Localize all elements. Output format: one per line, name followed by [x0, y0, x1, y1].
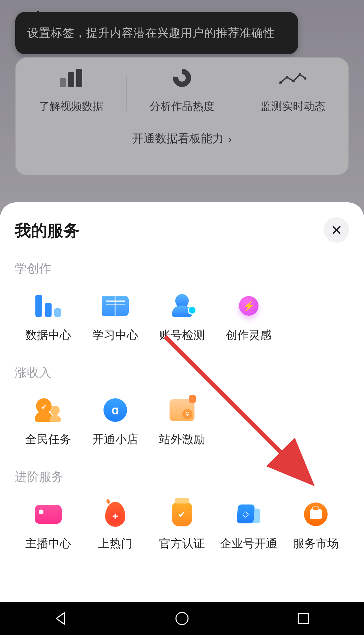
- svc-label: 官方认证: [159, 536, 205, 551]
- account-check-icon: [167, 292, 197, 320]
- section-title: 学创作: [15, 260, 349, 277]
- services-sheet: 我的服务 ✕ 学创作 数据中心 学习中心 账号检测 创作灵感 涨收入: [0, 202, 364, 602]
- svc-marketplace[interactable]: 服务市场: [282, 497, 349, 554]
- svc-label: 学习中心: [92, 327, 138, 343]
- svc-label: 主播中心: [25, 536, 71, 551]
- nav-home[interactable]: [173, 609, 191, 628]
- svc-mass-task[interactable]: ✔ 全民任务: [15, 393, 82, 450]
- camera-icon: [33, 500, 63, 528]
- badge-icon: [167, 500, 197, 528]
- bars-icon: [33, 292, 63, 320]
- svc-open-shop[interactable]: ɑ 开通小店: [82, 393, 148, 450]
- sheet-title: 我的服务: [15, 220, 349, 241]
- svc-label: 数据中心: [25, 327, 71, 343]
- fire-icon: [100, 500, 130, 528]
- svc-official-verify[interactable]: 官方认证: [149, 497, 215, 554]
- svg-point-6: [176, 612, 188, 625]
- section-advanced: 进阶服务 主播中心 上热门 官方认证 ◇ 企业号开通 服务市场: [15, 469, 349, 554]
- nav-back[interactable]: [51, 609, 70, 628]
- svc-label: 企业号开通: [220, 536, 277, 551]
- bulb-icon: [234, 292, 264, 320]
- shop-icon: ɑ: [100, 396, 130, 424]
- enterprise-icon: ◇: [234, 500, 264, 528]
- svc-offsite-reward[interactable]: ¥ 站外激励: [149, 393, 215, 450]
- book-icon: [100, 292, 130, 320]
- section-income: 涨收入 ✔ 全民任务 ɑ 开通小店 ¥ 站外激励: [15, 365, 349, 450]
- svc-label: 服务市场: [293, 536, 339, 551]
- people-icon: ✔: [33, 396, 63, 424]
- svc-label: 上热门: [98, 536, 132, 551]
- close-button[interactable]: ✕: [324, 217, 349, 243]
- svc-streamer-center[interactable]: 主播中心: [15, 497, 82, 554]
- marketplace-icon: [301, 500, 331, 528]
- section-learn: 学创作 数据中心 学习中心 账号检测 创作灵感: [15, 260, 349, 346]
- svc-label: 站外激励: [159, 432, 205, 447]
- section-title: 涨收入: [15, 365, 349, 381]
- android-navbar: [0, 602, 364, 635]
- svc-enterprise[interactable]: ◇ 企业号开通: [215, 497, 282, 554]
- svc-label: 创作灵感: [226, 327, 272, 343]
- svc-label: 全民任务: [25, 432, 71, 447]
- svc-inspiration[interactable]: 创作灵感: [215, 289, 282, 346]
- svg-rect-7: [298, 613, 308, 624]
- svc-label: 账号检测: [159, 327, 205, 343]
- svc-account-check[interactable]: 账号检测: [149, 289, 215, 346]
- svc-data-center[interactable]: 数据中心: [15, 289, 82, 346]
- svc-trending[interactable]: 上热门: [82, 497, 148, 554]
- nav-recent[interactable]: [294, 609, 313, 628]
- close-icon: ✕: [331, 222, 342, 238]
- svc-learn-center[interactable]: 学习中心: [82, 289, 148, 346]
- bag-icon: ¥: [167, 396, 197, 424]
- section-title: 进阶服务: [15, 469, 349, 485]
- svc-label: 开通小店: [92, 432, 138, 447]
